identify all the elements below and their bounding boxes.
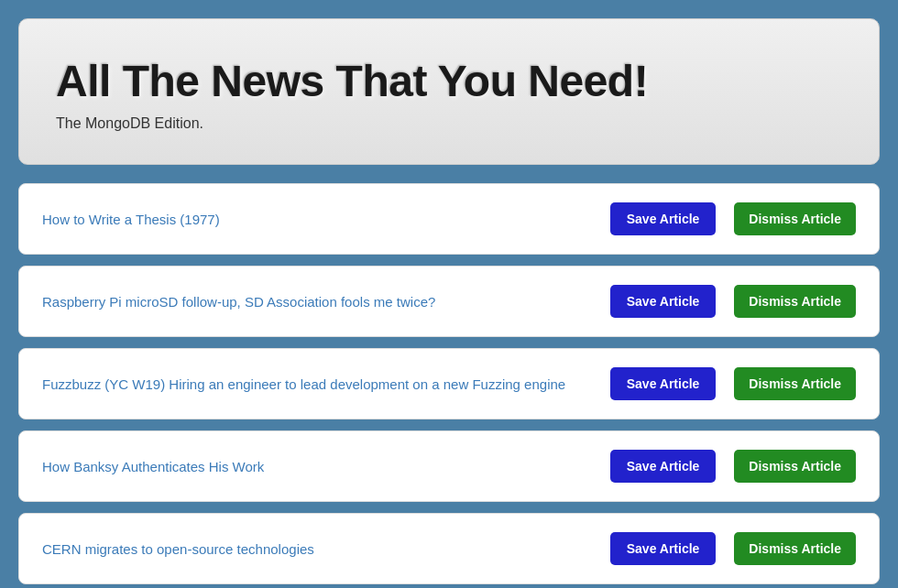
- save-article-button[interactable]: Save Article: [610, 450, 717, 483]
- article-card: How to Write a Thesis (1977)Save Article…: [18, 183, 880, 255]
- article-actions: Save ArticleDismiss Article: [610, 285, 856, 318]
- article-title: How Banksy Authenticates His Work: [42, 459, 592, 474]
- dismiss-article-button[interactable]: Dismiss Article: [734, 450, 856, 483]
- article-actions: Save ArticleDismiss Article: [610, 532, 856, 565]
- article-actions: Save ArticleDismiss Article: [610, 202, 856, 235]
- save-article-button[interactable]: Save Article: [610, 285, 717, 318]
- dismiss-article-button[interactable]: Dismiss Article: [734, 532, 856, 565]
- article-card: CERN migrates to open-source technologie…: [18, 513, 880, 584]
- article-card: Fuzzbuzz (YC W19) Hiring an engineer to …: [18, 348, 880, 419]
- article-card: How Banksy Authenticates His WorkSave Ar…: [18, 430, 880, 502]
- header-card: All The News That You Need! The MongoDB …: [18, 18, 880, 165]
- dismiss-article-button[interactable]: Dismiss Article: [734, 367, 856, 400]
- page-title: All The News That You Need!: [56, 56, 842, 106]
- articles-list: How to Write a Thesis (1977)Save Article…: [18, 183, 880, 584]
- article-title: How to Write a Thesis (1977): [42, 212, 592, 227]
- article-card: Raspberry Pi microSD follow-up, SD Assoc…: [18, 266, 880, 337]
- save-article-button[interactable]: Save Article: [610, 532, 717, 565]
- article-actions: Save ArticleDismiss Article: [610, 450, 856, 483]
- dismiss-article-button[interactable]: Dismiss Article: [734, 285, 856, 318]
- article-actions: Save ArticleDismiss Article: [610, 367, 856, 400]
- save-article-button[interactable]: Save Article: [610, 367, 717, 400]
- page-subtitle: The MongoDB Edition.: [56, 115, 842, 132]
- dismiss-article-button[interactable]: Dismiss Article: [734, 202, 856, 235]
- article-title: Raspberry Pi microSD follow-up, SD Assoc…: [42, 294, 592, 310]
- article-title: Fuzzbuzz (YC W19) Hiring an engineer to …: [42, 376, 592, 392]
- article-title: CERN migrates to open-source technologie…: [42, 541, 592, 557]
- save-article-button[interactable]: Save Article: [610, 202, 717, 235]
